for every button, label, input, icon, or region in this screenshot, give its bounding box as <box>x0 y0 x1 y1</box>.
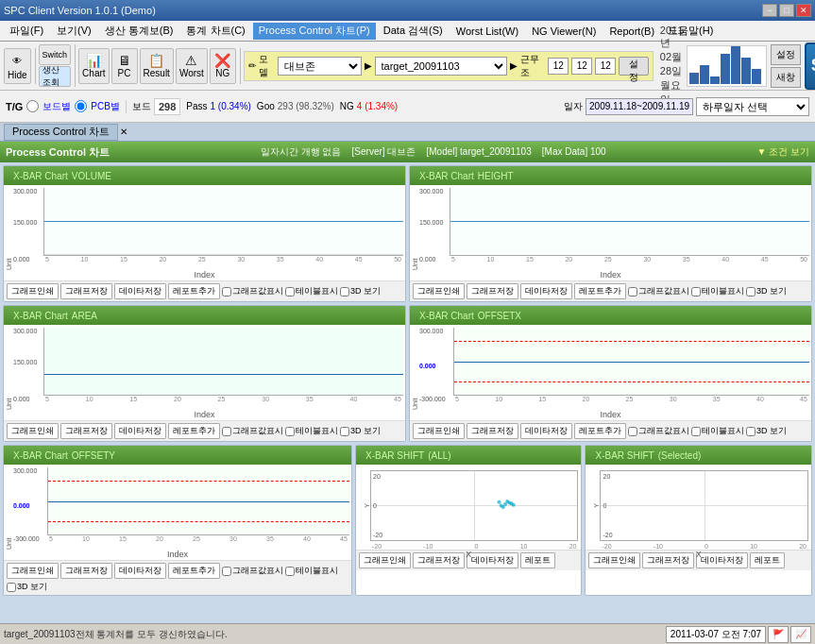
new-window-button[interactable]: 새창 <box>771 67 801 88</box>
chart-offsety-buttons: 그래프인쇄 그래프저장 데이타저장 레포트추가 그래프값표시 테이블표시 3D … <box>4 560 351 595</box>
show-table-offsetx[interactable]: 테이블표시 <box>691 423 744 439</box>
setting-side-button[interactable]: 설정 <box>771 44 801 65</box>
ng-button[interactable]: ❌ NG <box>210 48 236 84</box>
date-range: 2009.11.18~2009.11.19 <box>586 98 693 115</box>
show-values-area[interactable]: 그래프값표시 <box>222 423 283 439</box>
maximize-button[interactable]: □ <box>779 4 794 17</box>
chart-volume-title: X-BAR Chart VOLUME <box>4 166 405 185</box>
show-values-offsety[interactable]: 그래프값표시 <box>222 563 283 579</box>
y-axis-shift-selected: Y <box>588 503 600 508</box>
hide-button[interactable]: 👁 Hide <box>4 48 31 84</box>
show-3d-height[interactable]: 3D 보기 <box>746 283 787 299</box>
menu-stats[interactable]: 통계 차트(C) <box>180 23 250 40</box>
pass-label: Pass <box>186 101 207 111</box>
pc-tab-label: Process Control 차트 <box>4 124 118 141</box>
menu-view[interactable]: 보기(V) <box>51 23 97 40</box>
svg-point-7 <box>497 500 501 503</box>
show-table-volume[interactable]: 테이블표시 <box>285 283 338 299</box>
show-values-volume[interactable]: 그래프값표시 <box>222 283 283 299</box>
board-radio[interactable] <box>26 100 39 112</box>
y-axis-shift-all: Y <box>359 503 370 508</box>
datetime-display: 2011년 02월 28일 월요일 <box>660 25 683 107</box>
x-label-area: Index <box>4 410 405 420</box>
workplace-input1[interactable] <box>548 58 569 75</box>
report-btn-area[interactable]: 레포트추가 <box>168 423 220 439</box>
show-table-offsety[interactable]: 테이블표시 <box>285 563 338 579</box>
save-btn-offsetx[interactable]: 그래프저장 <box>467 423 518 439</box>
status-icon1: 🚩 <box>768 626 789 643</box>
report-btn-offsety[interactable]: 레포트추가 <box>168 563 220 579</box>
x-label-offsetx: Index <box>410 410 811 420</box>
minimize-button[interactable]: − <box>762 4 777 17</box>
model-select[interactable]: 대브존 <box>278 57 361 76</box>
x-label-offsety: Index <box>4 550 351 560</box>
print-btn-area[interactable]: 그래프인쇄 <box>7 423 59 439</box>
data-save-btn-volume[interactable]: 데이타저장 <box>114 283 166 299</box>
condition-toggle[interactable]: ▼ 조건 보기 <box>757 145 809 159</box>
target-select[interactable]: target_20091103 <box>375 57 508 76</box>
chart-height-buttons: 그래프인쇄 그래프저장 데이타저장 레포트추가 그래프값표시 테이블표시 3D … <box>410 280 811 301</box>
mini-bar-chart <box>687 45 767 87</box>
print-btn-height[interactable]: 그래프인쇄 <box>413 283 465 299</box>
show-values-height[interactable]: 그래프값표시 <box>628 283 689 299</box>
data-save-btn-offsetx[interactable]: 데이타저장 <box>520 423 572 439</box>
date-select[interactable]: 하루일자 선택 <box>696 97 809 116</box>
ng-value: 4 (1.34%) <box>357 101 398 111</box>
settings-button[interactable]: 설정 <box>619 57 648 76</box>
close-tab-icon[interactable]: ✕ <box>120 127 127 137</box>
show-values-offsetx[interactable]: 그래프값표시 <box>628 423 689 439</box>
chart-height: X-BAR Chart HEIGHT Unit 300.000 150.000 … <box>409 165 812 302</box>
chart-shift-selected-title: X-BAR SHIFT (Selected) <box>586 446 811 465</box>
eye-icon: 👁 <box>8 51 26 70</box>
y-mid-volume: 150.000 <box>13 219 37 226</box>
show-3d-volume[interactable]: 3D 보기 <box>340 283 381 299</box>
show-3d-area[interactable]: 3D 보기 <box>340 423 381 439</box>
workplace-input3[interactable] <box>595 58 616 75</box>
show-3d-offsety[interactable]: 3D 보기 <box>7 581 47 593</box>
workplace-input2[interactable] <box>571 58 592 75</box>
shift-all-dots <box>371 471 577 540</box>
show-3d-offsetx[interactable]: 3D 보기 <box>746 423 787 439</box>
pc-button[interactable]: 🖥 PC <box>111 48 138 84</box>
show-table-area[interactable]: 테이블표시 <box>285 423 338 439</box>
print-btn-offsetx[interactable]: 그래프인쇄 <box>413 423 465 439</box>
data-save-btn-offsety[interactable]: 데이타저장 <box>114 563 166 579</box>
result-icon: 📋 <box>148 53 164 68</box>
pcb-label: PCB별 <box>91 100 120 113</box>
x-label-height: Index <box>410 270 811 280</box>
menu-file[interactable]: 파일(F) <box>4 23 49 40</box>
pc-title: Process Control 차트 <box>6 145 110 160</box>
date-label: 일자 <box>564 100 583 113</box>
svg-point-3 <box>505 500 509 503</box>
save-btn-volume[interactable]: 그래프저장 <box>60 283 112 299</box>
side-buttons: 설정 새창 <box>771 44 801 88</box>
tg-label: T/G <box>6 101 23 112</box>
chart-button[interactable]: 📊 Chart <box>78 48 109 84</box>
spc-main-button[interactable]: SPC <box>805 42 815 90</box>
data-save-btn-area[interactable]: 데이타저장 <box>114 423 166 439</box>
x-label-volume: Index <box>4 270 405 280</box>
show-table-height[interactable]: 테이블표시 <box>691 283 744 299</box>
data-save-btn-height[interactable]: 데이타저장 <box>520 283 572 299</box>
svg-point-6 <box>512 502 516 506</box>
pcb-radio[interactable] <box>75 100 87 112</box>
menu-production[interactable]: 생산 통계보(B) <box>99 23 179 40</box>
print-btn-volume[interactable]: 그래프인쇄 <box>7 283 59 299</box>
pc-subtitle: 일자시간 개행 없음 [Server] 대브존 [Model] target_2… <box>261 145 606 159</box>
close-button[interactable]: ✕ <box>796 4 811 17</box>
save-btn-height[interactable]: 그래프저장 <box>467 283 518 299</box>
chart-area-buttons: 그래프인쇄 그래프저장 데이타저장 레포트추가 그래프값표시 테이블표시 3D … <box>4 420 405 441</box>
report-btn-height[interactable]: 레포트추가 <box>574 283 626 299</box>
print-btn-offsety[interactable]: 그래프인쇄 <box>7 563 59 579</box>
report-btn-volume[interactable]: 레포트추가 <box>168 283 220 299</box>
save-btn-area[interactable]: 그래프저장 <box>60 423 112 439</box>
production-button[interactable]: 생산조회 <box>39 66 72 87</box>
save-btn-offsety[interactable]: 그래프저장 <box>60 563 112 579</box>
worst-button[interactable]: ⚠ Worst <box>176 48 208 84</box>
chart-area: X-BAR Chart AREA Unit 300.000 150.000 0.… <box>3 305 406 442</box>
result-button[interactable]: 📋 Result <box>140 48 174 84</box>
report-btn-offsetx[interactable]: 레포트추가 <box>574 423 626 439</box>
chart-area-title: X-BAR Chart AREA <box>4 306 405 325</box>
switch-button[interactable]: Switch <box>39 44 72 65</box>
pc-icon: 🖥 <box>118 53 131 68</box>
